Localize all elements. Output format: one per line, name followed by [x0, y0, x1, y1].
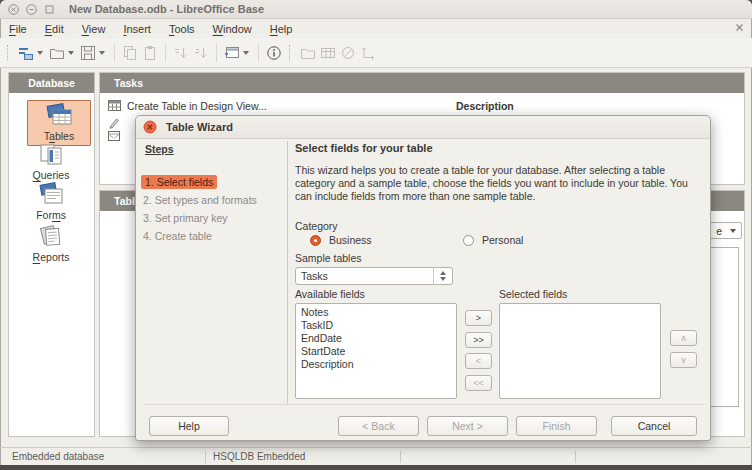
steps-header: Steps	[145, 143, 174, 155]
application-window: New Database.odb - LibreOffice Base File…	[0, 0, 752, 470]
relationships-icon	[358, 43, 378, 63]
description-column-header: Description	[456, 100, 514, 112]
toolbar-separator	[258, 44, 259, 62]
none-object-icon	[338, 43, 358, 63]
wizard-pencil-icon	[108, 117, 120, 129]
task-create-design-view[interactable]: Create Table in Design View...	[108, 100, 267, 112]
sample-tables-label: Sample tables	[295, 252, 362, 264]
tables-icon	[44, 103, 74, 127]
radio-personal-label: Personal	[482, 234, 523, 246]
toolbar-grip[interactable]	[289, 45, 293, 61]
radio-personal[interactable]: Personal	[463, 234, 523, 246]
spinner[interactable]	[433, 268, 452, 284]
remove-field-button: <	[465, 353, 492, 369]
help-button[interactable]: Help	[149, 416, 229, 436]
task-label: Create Table in Design View...	[127, 100, 267, 112]
status-divider	[400, 451, 401, 463]
status-engine: HSQLDB Embedded	[213, 451, 305, 462]
dialog-title: Table Wizard	[166, 121, 233, 133]
sidebar-item-tables[interactable]: Tables	[27, 100, 91, 146]
tasks-header: Tasks	[100, 73, 744, 93]
document-close-icon[interactable]	[735, 22, 744, 34]
list-item[interactable]: Description	[301, 358, 456, 371]
sample-tables-select[interactable]: Tasks	[295, 267, 453, 285]
sidebar-item-reports[interactable]: Reports	[20, 224, 82, 263]
forms-icon	[36, 182, 66, 206]
save-icon[interactable]	[78, 43, 98, 63]
menu-tools[interactable]: Tools	[160, 21, 204, 37]
database-sidebar: Database Tables Queries	[8, 72, 95, 437]
copy-icon	[120, 43, 140, 63]
form-wizard-icon[interactable]	[222, 43, 242, 63]
task-create-view[interactable]	[108, 131, 120, 142]
paste-icon	[140, 43, 160, 63]
open-icon[interactable]	[47, 43, 67, 63]
back-button: < Back	[338, 416, 419, 436]
available-fields-list[interactable]: Notes TaskID EndDate StartDate Descripti…	[295, 303, 457, 399]
reports-icon	[36, 224, 66, 248]
step-create-table[interactable]: 4. Create table	[143, 230, 212, 242]
window-title: New Database.odb - LibreOffice Base	[69, 3, 264, 15]
window-minimize-icon[interactable]	[26, 4, 37, 15]
status-bar: Embedded database HSQLDB Embedded	[0, 447, 752, 466]
list-item[interactable]: EndDate	[301, 332, 456, 345]
menu-insert[interactable]: Insert	[114, 21, 160, 37]
radio-personal-icon[interactable]	[463, 235, 474, 246]
cancel-button[interactable]: Cancel	[611, 416, 697, 436]
add-field-button[interactable]: >	[465, 310, 492, 326]
next-button: Next >	[427, 416, 508, 436]
window-close-icon[interactable]	[8, 4, 19, 15]
toolbar-separator	[165, 44, 166, 62]
step-set-primary-key[interactable]: 3. Set primary key	[143, 212, 228, 224]
status-divider	[575, 451, 576, 463]
menu-file[interactable]: File	[0, 21, 36, 37]
selected-fields-label: Selected fields	[499, 288, 567, 300]
status-divider	[205, 451, 206, 463]
queries-icon	[36, 142, 66, 166]
radio-business-label: Business	[329, 234, 372, 246]
toolbar	[0, 38, 752, 68]
spin-down-icon	[440, 277, 446, 281]
open-dropdown-arrow[interactable]	[68, 51, 74, 55]
dialog-title-bar: Table Wizard	[136, 116, 710, 139]
list-item[interactable]: TaskID	[301, 319, 456, 332]
window-bottom-edge	[0, 465, 752, 470]
menu-view[interactable]: View	[73, 21, 115, 37]
title-bar: New Database.odb - LibreOffice Base	[0, 0, 752, 19]
form-dropdown-arrow[interactable]	[243, 51, 249, 55]
sidebar-item-queries[interactable]: Queries	[20, 142, 82, 181]
selected-fields-list[interactable]	[499, 303, 661, 399]
menu-window[interactable]: Window	[204, 21, 261, 37]
toolbar-separator	[114, 44, 115, 62]
status-database-type: Embedded database	[12, 451, 104, 462]
step-select-fields[interactable]: 1. Select fields	[141, 175, 217, 189]
new-database-icon[interactable]	[16, 43, 36, 63]
info-icon[interactable]	[264, 43, 284, 63]
sidebar-item-forms[interactable]: Forms	[20, 182, 82, 221]
radio-business-icon[interactable]	[310, 235, 321, 246]
list-item[interactable]: Notes	[301, 306, 456, 319]
buttons-separator	[144, 404, 704, 405]
step-set-types[interactable]: 2. Set types and formats	[143, 194, 257, 206]
table-design-icon	[108, 100, 121, 112]
save-dropdown-arrow[interactable]	[99, 51, 105, 55]
dialog-close-icon[interactable]	[143, 120, 157, 134]
view-icon	[108, 131, 120, 142]
new-dropdown-arrow[interactable]	[37, 51, 43, 55]
task-use-wizard[interactable]	[108, 117, 120, 129]
category-label: Category	[295, 220, 338, 232]
menu-edit[interactable]: Edit	[36, 21, 73, 37]
move-up-button: ∧	[670, 330, 697, 346]
toolbar-separator	[216, 44, 217, 62]
page-title: Select fields for your table	[295, 142, 433, 154]
list-item[interactable]: StartDate	[301, 345, 456, 358]
menu-help[interactable]: Help	[261, 21, 302, 37]
radio-business[interactable]: Business	[310, 234, 372, 246]
add-all-fields-button[interactable]: >>	[465, 332, 492, 348]
table-icon	[318, 43, 338, 63]
available-fields-label: Available fields	[295, 288, 365, 300]
window-maximize-icon[interactable]	[44, 4, 55, 15]
move-down-button: ∨	[670, 352, 697, 368]
toolbar-grip[interactable]	[7, 45, 11, 61]
sort-ascending-icon	[171, 43, 191, 63]
